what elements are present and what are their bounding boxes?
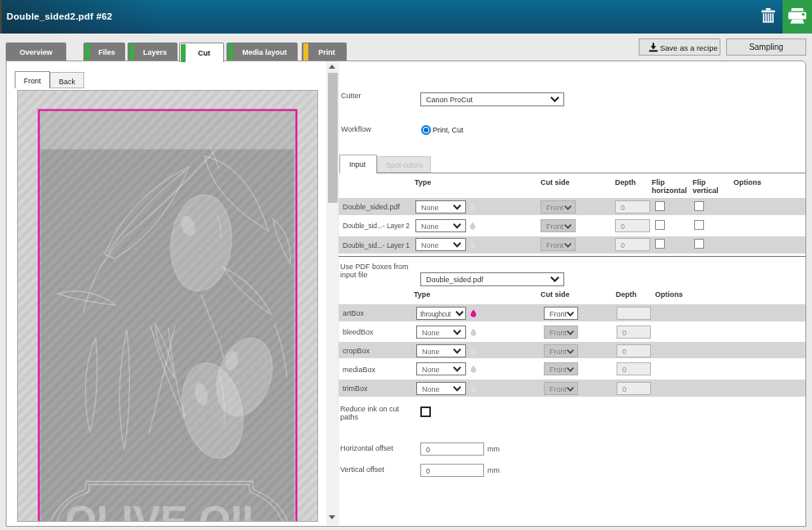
svg-text:OLIVE OIL: OLIVE OIL — [65, 498, 267, 521]
